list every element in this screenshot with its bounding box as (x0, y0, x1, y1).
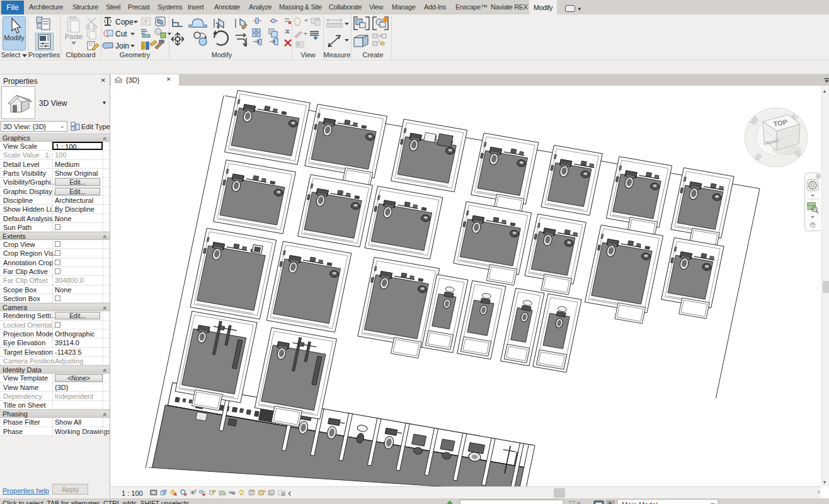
svg-text:Properties: Properties (28, 51, 60, 59)
svg-text:Cope: Cope (115, 18, 134, 26)
svg-text:Measure: Measure (324, 51, 351, 59)
svg-text:Main Model: Main Model (622, 501, 658, 504)
svg-text:0: 0 (577, 501, 581, 504)
svg-text:Create: Create (362, 51, 383, 59)
svg-text:9: 9 (195, 490, 197, 493)
svg-text:Paste: Paste (65, 33, 83, 40)
svg-text:Cut: Cut (115, 30, 127, 38)
svg-text:Modify: Modify (4, 34, 25, 42)
svg-text:Modify: Modify (212, 51, 232, 59)
svg-text:Join: Join (115, 42, 129, 50)
svg-text:Select: Select (1, 51, 21, 59)
svg-text:Geometry: Geometry (120, 51, 151, 59)
svg-text:View: View (300, 51, 316, 59)
svg-text:Clipboard: Clipboard (66, 51, 95, 59)
